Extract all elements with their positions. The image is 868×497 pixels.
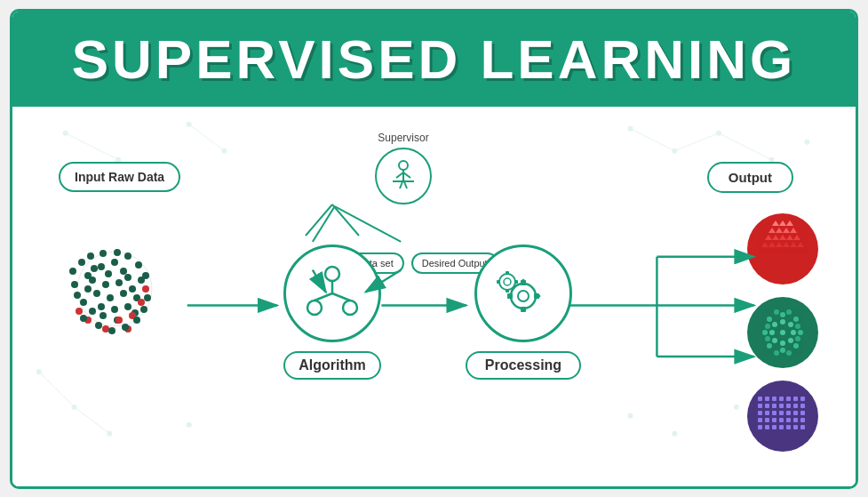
svg-line-21 — [631, 128, 675, 150]
svg-marker-116 — [793, 235, 800, 240]
svg-point-86 — [325, 267, 339, 281]
svg-rect-176 — [800, 411, 805, 415]
algorithm-label: Algorithm — [283, 351, 381, 380]
svg-rect-181 — [786, 418, 791, 422]
svg-point-140 — [798, 330, 803, 335]
svg-point-38 — [98, 303, 105, 310]
svg-rect-168 — [793, 404, 798, 408]
svg-point-67 — [124, 253, 131, 260]
svg-point-134 — [780, 341, 785, 346]
svg-rect-160 — [786, 397, 791, 401]
svg-rect-166 — [779, 404, 784, 408]
svg-line-20 — [189, 124, 225, 150]
svg-rect-161 — [793, 397, 798, 401]
svg-point-64 — [87, 253, 94, 260]
svg-rect-173 — [779, 411, 784, 415]
svg-point-75 — [95, 322, 102, 329]
svg-rect-102 — [506, 271, 509, 275]
svg-rect-187 — [779, 425, 784, 429]
svg-rect-167 — [786, 404, 791, 408]
svg-point-27 — [98, 263, 105, 270]
svg-marker-124 — [765, 249, 772, 254]
diagram-area: Input Raw Data — [12, 107, 856, 486]
svg-marker-107 — [786, 220, 793, 226]
input-raw-data-label: Input Raw Data — [59, 162, 180, 192]
svg-point-40 — [84, 285, 92, 293]
svg-rect-158 — [772, 397, 776, 401]
svg-marker-115 — [786, 235, 793, 240]
svg-rect-189 — [793, 425, 798, 429]
svg-point-65 — [100, 250, 107, 257]
svg-point-47 — [100, 312, 107, 319]
svg-marker-112 — [768, 228, 776, 233]
svg-point-138 — [772, 338, 777, 343]
svg-rect-103 — [506, 289, 509, 293]
svg-point-142 — [780, 348, 785, 353]
svg-marker-127 — [786, 249, 793, 254]
processing-label: Processing — [466, 351, 581, 380]
svg-rect-163 — [758, 404, 762, 408]
svg-point-71 — [140, 306, 147, 313]
svg-marker-118 — [768, 242, 776, 247]
svg-point-62 — [69, 268, 76, 275]
svg-marker-114 — [779, 235, 786, 240]
svg-point-29 — [120, 268, 127, 275]
svg-point-69 — [142, 272, 149, 279]
svg-point-146 — [793, 317, 799, 322]
svg-point-52 — [115, 317, 123, 324]
svg-line-24 — [39, 372, 75, 407]
svg-marker-126 — [779, 249, 786, 254]
svg-marker-113 — [772, 235, 779, 240]
svg-marker-119 — [776, 242, 783, 247]
svg-point-139 — [772, 322, 777, 327]
data-cluster — [39, 213, 190, 365]
svg-marker-117 — [765, 235, 772, 240]
svg-point-66 — [114, 249, 121, 256]
svg-marker-109 — [776, 228, 783, 233]
svg-line-80 — [403, 172, 410, 178]
svg-marker-121 — [790, 242, 797, 247]
svg-marker-120 — [783, 242, 790, 247]
page-title: SUPERVISED LEARNING — [12, 28, 856, 91]
svg-rect-156 — [758, 397, 762, 401]
svg-point-39 — [111, 306, 118, 313]
output-label: Output — [707, 162, 793, 193]
svg-point-141 — [762, 330, 768, 335]
svg-point-154 — [786, 309, 792, 315]
svg-point-143 — [780, 312, 785, 317]
svg-point-145 — [767, 343, 772, 349]
svg-marker-106 — [779, 220, 786, 226]
svg-point-150 — [765, 336, 770, 341]
svg-point-14 — [628, 413, 633, 418]
svg-line-90 — [315, 293, 332, 301]
svg-point-35 — [107, 294, 114, 301]
svg-point-45 — [91, 265, 98, 272]
svg-point-155 — [774, 309, 779, 315]
svg-rect-185 — [765, 425, 769, 429]
svg-point-33 — [124, 274, 131, 281]
output-circle-red — [747, 213, 818, 285]
svg-point-28 — [111, 259, 118, 266]
svg-line-91 — [332, 293, 350, 301]
svg-point-32 — [115, 279, 123, 286]
svg-line-79 — [396, 172, 403, 178]
svg-rect-170 — [758, 411, 762, 415]
svg-rect-184 — [758, 425, 762, 429]
svg-marker-122 — [797, 242, 804, 247]
output-circle-green — [747, 297, 818, 368]
svg-marker-110 — [783, 228, 790, 233]
svg-point-93 — [518, 291, 529, 301]
svg-point-36 — [120, 290, 127, 297]
svg-point-34 — [93, 290, 100, 297]
svg-point-101 — [504, 278, 511, 285]
svg-rect-162 — [800, 397, 805, 401]
svg-rect-178 — [765, 418, 769, 422]
svg-point-137 — [788, 338, 793, 343]
svg-point-74 — [108, 327, 115, 334]
output-circles — [747, 213, 818, 452]
svg-point-76 — [80, 315, 87, 322]
svg-line-25 — [75, 406, 110, 433]
svg-rect-172 — [772, 411, 776, 415]
svg-point-46 — [84, 272, 92, 279]
svg-point-68 — [135, 261, 142, 269]
